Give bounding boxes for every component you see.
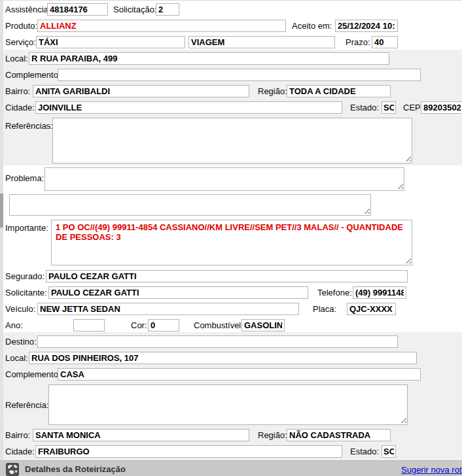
importante-textarea[interactable]: 1 PO OC//(49) 99911-4854 CASSIANO//KM LI… xyxy=(51,220,412,265)
prazo-label: Prazo: xyxy=(346,36,370,48)
destino-field[interactable] xyxy=(37,335,398,348)
origem-bairro-label: Bairro: xyxy=(5,85,30,97)
origem-cep-field[interactable] xyxy=(421,101,462,114)
destino-estado-label: Estado: xyxy=(350,445,379,458)
destino-regiao-field[interactable] xyxy=(287,429,391,441)
origem-cidade-field[interactable] xyxy=(35,101,342,114)
destino-estado-field[interactable] xyxy=(382,445,396,458)
telefone-field[interactable] xyxy=(353,286,406,299)
servico-field[interactable] xyxy=(36,36,185,48)
left-scrollbar[interactable] xyxy=(0,1,3,476)
routing-footer-bar: Detalhes da Roteirização Sugerir nova ro… xyxy=(0,460,462,476)
cor-label: Cor: xyxy=(131,319,147,332)
problema-label: Problema: xyxy=(5,172,44,184)
origem-regiao-field[interactable] xyxy=(287,85,391,97)
left-scrollbar-thumb[interactable] xyxy=(0,194,3,228)
servico-tipo-field[interactable] xyxy=(188,36,335,48)
solicitacao-field[interactable] xyxy=(156,3,179,16)
veiculo-field[interactable] xyxy=(37,303,299,315)
telefone-label: Telefone: xyxy=(317,286,352,299)
aceito-em-label: Aceito em: xyxy=(292,20,332,32)
origem-estado-field[interactable] xyxy=(382,101,396,114)
destino-local-label: Local: xyxy=(5,352,28,364)
assistencia-label: Assistência: xyxy=(5,3,50,16)
produto-field[interactable] xyxy=(37,20,286,32)
destino-referencia-label: Referência: xyxy=(5,399,48,411)
combustivel-label: Combustível: xyxy=(194,319,243,332)
aceito-em-field[interactable] xyxy=(335,20,398,32)
referencias-label: Referências: xyxy=(5,120,53,132)
problema-textarea[interactable] xyxy=(44,167,404,191)
importante-label: Importante: xyxy=(5,222,48,234)
servico-label: Serviço: xyxy=(5,36,36,48)
origem-local-label: Local: xyxy=(5,52,28,65)
cor-field[interactable] xyxy=(148,319,179,332)
combustivel-field[interactable] xyxy=(241,319,285,332)
destino-regiao-label: Região: xyxy=(258,429,287,441)
origem-complemento-label: Complemento: xyxy=(5,69,61,81)
origem-cep-label: CEP: xyxy=(403,101,423,114)
footer-title: Detalhes da Roteirização xyxy=(25,461,126,476)
destino-complemento-label: Complemento: xyxy=(5,368,61,381)
assistance-detail-panel: Assistência: Solicitação: Produto: Aceit… xyxy=(0,0,462,476)
globe-icon xyxy=(6,463,19,476)
origem-local-field[interactable] xyxy=(29,52,389,65)
destino-cidade-label: Cidade: xyxy=(5,445,35,458)
destino-label: Destino: xyxy=(5,335,37,348)
ano-field[interactable] xyxy=(73,319,105,332)
prazo-field[interactable] xyxy=(372,36,398,48)
destino-bairro-field[interactable] xyxy=(33,429,249,441)
destino-local-field[interactable] xyxy=(29,352,417,364)
ano-label: Ano: xyxy=(5,319,23,332)
origem-regiao-label: Região: xyxy=(258,85,287,97)
destino-bairro-label: Bairro: xyxy=(5,429,30,441)
segurado-label: Segurado: xyxy=(5,270,44,282)
destino-referencia-textarea[interactable] xyxy=(48,384,408,425)
referencias-textarea[interactable] xyxy=(52,118,412,163)
destino-complemento-field[interactable] xyxy=(58,368,421,381)
origem-estado-label: Estado: xyxy=(350,101,379,114)
solicitante-field[interactable] xyxy=(48,286,308,299)
segurado-field[interactable] xyxy=(46,270,408,282)
solicitante-label: Solicitante: xyxy=(5,286,47,299)
assistencia-field[interactable] xyxy=(47,3,108,16)
suggest-route-link[interactable]: Sugerir nova rota xyxy=(401,461,462,476)
problema-extra-textarea[interactable] xyxy=(9,194,371,216)
placa-field[interactable] xyxy=(347,303,396,315)
destino-cidade-field[interactable] xyxy=(35,445,342,458)
produto-label: Produto: xyxy=(5,20,37,32)
origem-bairro-field[interactable] xyxy=(33,85,249,97)
origem-cidade-label: Cidade: xyxy=(5,101,35,114)
placa-label: Placa: xyxy=(313,303,336,315)
veiculo-label: Veículo: xyxy=(5,303,35,315)
solicitacao-label: Solicitação: xyxy=(113,3,156,16)
origem-complemento-field[interactable] xyxy=(58,69,421,81)
